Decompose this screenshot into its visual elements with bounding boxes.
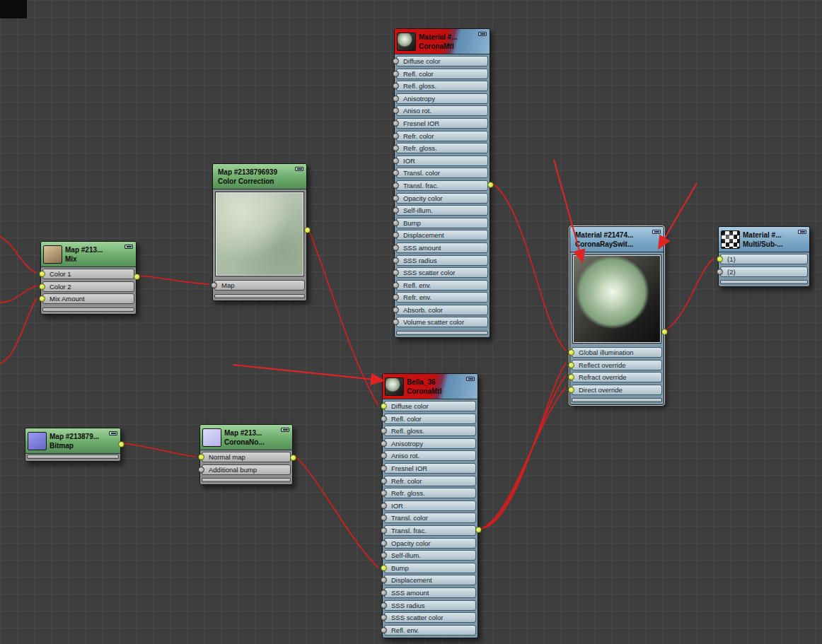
input-socket[interactable] (381, 627, 387, 633)
node-header[interactable]: Material #... Multi/Sub-... (719, 227, 809, 252)
node-header[interactable]: Map #213879... Bitmap (25, 428, 120, 454)
slot-row[interactable]: Anisotropy (384, 438, 476, 449)
output-socket[interactable] (290, 455, 296, 461)
collapse-icon[interactable] (478, 32, 487, 36)
slot-row[interactable]: Diffuse color (384, 401, 476, 411)
slot-row[interactable]: Color 1 (42, 269, 134, 279)
input-socket[interactable] (381, 403, 387, 409)
input-socket[interactable] (381, 478, 387, 484)
input-socket[interactable] (717, 256, 723, 262)
input-socket[interactable] (393, 71, 399, 77)
slot-row[interactable]: SSS scatter color (396, 267, 488, 278)
node-bitmap[interactable]: Map #213879... Bitmap (25, 428, 121, 462)
slot-row[interactable]: Reflect override (572, 360, 662, 370)
input-socket[interactable] (381, 440, 387, 447)
slot-row[interactable]: Refl. env. (396, 280, 488, 291)
input-socket[interactable] (568, 362, 574, 368)
node-corona-normal[interactable]: Map #213... CoronaNo... Normal map Addit… (199, 424, 293, 485)
input-socket[interactable] (381, 565, 387, 571)
slot-row[interactable]: Normal map (202, 452, 291, 462)
slot-row[interactable]: Refr. gloss. (396, 143, 488, 153)
input-socket[interactable] (198, 467, 204, 473)
input-socket[interactable] (393, 58, 399, 64)
slot-row[interactable]: Color 2 (42, 281, 134, 292)
input-socket[interactable] (717, 269, 723, 275)
slot-row[interactable]: SSS radius (384, 600, 476, 611)
input-socket[interactable] (381, 527, 387, 534)
node-header[interactable]: Material #21474... CoronaRaySwit... (570, 227, 664, 252)
node-header[interactable]: Bella_36 CoronaMtl (383, 374, 477, 399)
output-socket[interactable] (661, 329, 668, 335)
node-header[interactable]: Map #213... Mix (41, 242, 136, 267)
node-coronamtl-bella[interactable]: Bella_36 CoronaMtl Diffuse color Refl. c… (382, 373, 478, 638)
slot-row[interactable]: SSS scatter color (384, 612, 476, 623)
slot-row[interactable]: IOR (396, 156, 488, 166)
input-socket[interactable] (393, 95, 399, 102)
slot-row[interactable]: Refl. gloss. (384, 426, 476, 436)
node-mix[interactable]: Map #213... Mix Color 1 Color 2 Mix Amou… (40, 241, 137, 315)
node-color-correction[interactable]: Map #2138796939 Color Correction Map (212, 163, 307, 301)
slot-row[interactable]: Refr. color (396, 131, 488, 141)
slot-row[interactable]: SSS amount (384, 587, 476, 598)
node-header[interactable]: Material #... CoronaMtl (395, 29, 490, 54)
output-socket[interactable] (134, 274, 140, 280)
slot-row[interactable]: Global illumination (572, 347, 662, 358)
slot-row[interactable]: Map (214, 280, 305, 291)
input-socket[interactable] (393, 195, 399, 201)
input-socket[interactable] (393, 133, 399, 139)
slot-row[interactable]: Displacement (396, 230, 488, 240)
slot-row[interactable]: Refr. gloss. (384, 488, 476, 498)
node-coronamtl-top[interactable]: Material #... CoronaMtl Diffuse color Re… (394, 28, 490, 338)
slot-row[interactable]: Aniso rot. (396, 105, 488, 116)
node-header[interactable]: Map #2138796939 Color Correction (213, 164, 306, 189)
slot-row[interactable]: Bump (384, 563, 476, 573)
slot-row[interactable]: Opacity color (384, 538, 476, 549)
input-socket[interactable] (393, 257, 399, 264)
slot-row[interactable]: Fresnel IOR (384, 463, 476, 474)
node-editor-canvas[interactable]: Material #... CoronaMtl Diffuse color Re… (0, 0, 822, 644)
input-socket[interactable] (393, 220, 399, 226)
slot-row[interactable]: SSS amount (396, 242, 488, 253)
input-socket[interactable] (211, 282, 217, 288)
input-socket[interactable] (198, 454, 204, 460)
output-socket[interactable] (475, 527, 482, 533)
input-socket[interactable] (393, 307, 399, 313)
slot-row[interactable]: Transl. frac. (384, 525, 476, 536)
output-socket[interactable] (487, 182, 494, 188)
input-socket[interactable] (381, 602, 387, 609)
collapse-icon[interactable] (652, 230, 661, 234)
slot-row[interactable]: Refract override (572, 372, 662, 382)
node-multisub[interactable]: Material #... Multi/Sub-... (1) (2) (718, 226, 810, 287)
input-socket[interactable] (381, 540, 387, 546)
collapse-icon[interactable] (125, 245, 133, 249)
slot-row[interactable]: Transl. color (384, 513, 476, 523)
slot-row[interactable]: Anisotropy (396, 93, 488, 104)
node-corona-rayswitch[interactable]: Material #21474... CoronaRaySwit... Glob… (569, 226, 664, 405)
slot-row[interactable]: SSS radius (396, 255, 488, 266)
slot-row[interactable]: Displacement (384, 575, 476, 585)
slot-row[interactable]: Absorb. color (396, 305, 488, 315)
output-socket[interactable] (304, 227, 311, 233)
output-socket[interactable] (118, 441, 125, 447)
input-socket[interactable] (393, 158, 399, 164)
input-socket[interactable] (393, 282, 399, 288)
slot-row[interactable]: Aniso rot. (384, 450, 476, 461)
collapse-icon[interactable] (281, 428, 289, 432)
slot-row[interactable]: Additional bump (202, 464, 291, 475)
slot-row[interactable]: Refr. color (384, 476, 476, 486)
slot-row[interactable]: Transl. color (396, 168, 488, 178)
input-socket[interactable] (381, 465, 387, 472)
input-socket[interactable] (568, 349, 574, 356)
slot-row[interactable]: Transl. frac. (396, 180, 488, 191)
slot-row[interactable]: Diffuse color (396, 56, 488, 66)
collapse-icon[interactable] (466, 377, 475, 381)
input-socket[interactable] (393, 120, 399, 127)
slot-row[interactable]: Refr. env. (396, 292, 488, 303)
slot-row[interactable]: Refl. color (396, 69, 488, 79)
input-socket[interactable] (39, 283, 45, 290)
input-socket[interactable] (393, 245, 399, 251)
slot-row[interactable]: IOR (384, 500, 476, 511)
input-socket[interactable] (568, 387, 574, 393)
input-socket[interactable] (381, 503, 387, 509)
slot-row[interactable]: Self-illum. (396, 205, 488, 216)
